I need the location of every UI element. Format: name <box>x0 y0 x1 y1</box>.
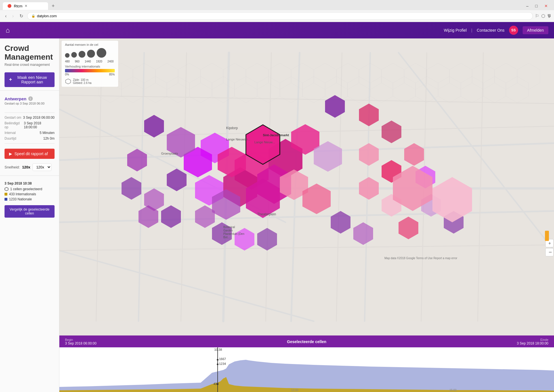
legend-labels: 480 960 1440 1920 2400 <box>65 60 115 63</box>
svg-marker-0 <box>5 187 8 191</box>
legend-circle-3 <box>79 51 85 58</box>
header-separator: | <box>471 28 472 33</box>
timeline-header: Begin 3 Sep 2018 06:00:00 Geselecteerde … <box>59 336 554 347</box>
svg-text:Lange Nieuw...: Lange Nieuw... <box>254 140 275 144</box>
afmelden-button[interactable]: Afmelden <box>523 26 548 34</box>
svg-marker-120 <box>66 79 71 84</box>
bookmark-icon[interactable]: ⚐ <box>535 13 539 19</box>
browser-chrome: 🔴 Rtcm ✕ + – □ ✕ ‹ › ↻ 🔒 datylon.com ⚐ ⬡… <box>0 0 554 22</box>
contacteer-ons-link[interactable]: Contacteer Ons <box>477 28 505 33</box>
svg-text:10:38: 10:38 <box>214 348 222 351</box>
pinterest-icon[interactable]: 𝕻 <box>547 13 551 19</box>
svg-text:Garden: Garden <box>223 229 233 232</box>
map-area[interactable]: Kipdorp Lange Nieuwstr... Lange Nieuw...… <box>59 38 554 335</box>
speed-select[interactable]: 120x 60x 30x <box>33 163 51 171</box>
plus-icon: + <box>9 77 12 83</box>
end-time: 3 Sep 2018 18:00:00 <box>517 341 548 345</box>
user-avatar[interactable]: SS <box>509 26 518 35</box>
url-display: datylon.com <box>37 14 57 18</box>
detail-duurtijd: Duurtijd 12h 0m <box>5 137 55 140</box>
new-report-button[interactable]: + Maak een Nieuw Rapport aan <box>5 72 55 87</box>
svg-text:Theaterplein: Theaterplein <box>257 212 276 216</box>
svg-text:Kipdorp: Kipdorp <box>226 126 238 130</box>
sidebar-city-section: Antwerpen i Gestart op 3 Sep 2018 06:00 <box>0 93 59 105</box>
timeline-area: Begin 3 Sep 2018 06:00:00 Geselecteerde … <box>59 335 554 392</box>
tab-label: Rtcm <box>14 4 22 8</box>
internationals-dot <box>5 193 7 196</box>
address-bar[interactable]: 🔒 datylon.com <box>27 12 533 20</box>
details-divider <box>5 112 55 113</box>
svg-text:Map data ©2018 Google  Terms o: Map data ©2018 Google Terms of Use Repor… <box>384 257 458 260</box>
begin-label: Begin <box>65 338 96 341</box>
svg-text:Lange Nieuwstr...: Lange Nieuwstr... <box>226 138 250 141</box>
legend-cell-info: Zijde: 100 m Gebied: 2.6 ha <box>65 78 115 85</box>
sidebar-divider-3 <box>0 176 59 176</box>
svg-rect-119 <box>545 231 549 241</box>
svg-point-127 <box>217 383 218 385</box>
legend-gradient <box>65 69 115 72</box>
detail-interval: Interval 5 Minuten <box>5 131 55 135</box>
city-name: Antwerpen i <box>5 96 55 101</box>
maximize-button[interactable]: □ <box>532 3 541 9</box>
minimize-button[interactable]: – <box>523 3 532 9</box>
sidebar-logo: Crowd Management Real-time crowd managem… <box>0 38 59 69</box>
speed-label: Snelheid: <box>5 165 20 169</box>
back-button[interactable]: ‹ <box>3 12 8 20</box>
tab-close-icon[interactable]: ✕ <box>25 4 27 8</box>
tab-bar: 🔴 Rtcm ✕ + – □ ✕ <box>0 0 554 10</box>
legend-circle-2 <box>71 52 77 58</box>
sidebar-divider-1 <box>0 90 59 91</box>
play-button[interactable]: ▶ Speel dit rapport af <box>5 149 55 159</box>
wijzig-profiel-link[interactable]: Wijzig Profiel <box>444 28 467 33</box>
svg-text:Groenplaats: Groenplaats <box>161 152 178 155</box>
sidebar-details: Gestart om 3 Sep 2018 06:00:00 Beëindigd… <box>0 105 59 146</box>
legend-ratio-title: Verhouding internationals <box>65 65 115 68</box>
details-divider-2 <box>5 143 55 144</box>
main-layout: Crowd Management Real-time crowd managem… <box>0 38 554 392</box>
legend-circles <box>65 48 115 58</box>
play-icon: ▶ <box>9 151 12 156</box>
window-controls: – □ ✕ <box>523 3 551 9</box>
home-icon[interactable]: ⌂ <box>6 26 10 34</box>
stat-internationals: 433 Internationals <box>0 192 59 197</box>
svg-text:Plantentuin (Den: Plantentuin (Den <box>223 232 244 235</box>
begin-time: 3 Sep 2018 06:00:00 <box>65 341 96 345</box>
extension-icon[interactable]: ⬡ <box>541 13 545 19</box>
new-tab-button[interactable]: + <box>48 2 58 10</box>
legend-gradient-labels: 0% 85% <box>65 73 115 76</box>
close-button[interactable]: ✕ <box>541 3 551 9</box>
svg-text:12:00: 12:00 <box>291 389 298 392</box>
info-icon[interactable]: i <box>28 96 33 101</box>
header-right: Wijzig Profiel | Contacteer Ons SS Afmel… <box>444 26 548 35</box>
sidebar-timestamp: 3 Sep 2018 10:38 <box>0 178 59 187</box>
active-tab[interactable]: 🔴 Rtcm ✕ <box>3 2 48 10</box>
svg-text:1667: 1667 <box>219 357 226 361</box>
map-svg: Kipdorp Lange Nieuwstr... Lange Nieuw...… <box>59 38 554 335</box>
svg-point-123 <box>217 359 218 361</box>
end-label: Einde <box>517 338 548 341</box>
browser-actions: ⚐ ⬡ 𝕻 <box>535 13 551 19</box>
lock-icon: 🔒 <box>31 14 35 18</box>
timeline-begin-section: Begin 3 Sep 2018 06:00:00 <box>65 338 96 345</box>
svg-text:15:00: 15:00 <box>449 389 456 392</box>
cell-count: 1 cellen geselecteerd <box>0 187 59 192</box>
svg-text:1234: 1234 <box>219 362 226 365</box>
svg-text:Botanical: Botanical <box>223 226 235 229</box>
svg-text:Bot...: Bot... <box>223 236 230 239</box>
legend-title: Aantal mensen in de cel <box>65 43 115 46</box>
legend-circle-4 <box>87 50 95 58</box>
forward-button[interactable]: › <box>10 12 15 20</box>
speed-control: Snelheid: 120x 120x 60x 30x <box>0 161 59 173</box>
sidebar: Crowd Management Real-time crowd managem… <box>0 38 59 392</box>
compare-button[interactable]: Vergelijk de geselecteerde cellen <box>5 205 55 218</box>
map-legend: Aantal mensen in de cel 480 960 1440 192… <box>62 41 118 87</box>
timeline-chart[interactable]: 1667 1234 434 10:38 12:00 15:00 <box>59 347 554 392</box>
legend-circle-5 <box>97 48 106 58</box>
detail-gestart-om: Gestart om 3 Sep 2018 06:00:00 <box>5 116 55 120</box>
legend-circle-1 <box>65 53 70 58</box>
browser-nav: ‹ › ↻ 🔒 datylon.com ⚐ ⬡ 𝕻 <box>0 10 554 22</box>
svg-text:+: + <box>548 241 551 246</box>
reload-button[interactable]: ↻ <box>18 12 25 20</box>
nationale-dot <box>5 198 7 201</box>
timeline-end-section: Einde 3 Sep 2018 18:00:00 <box>517 338 548 345</box>
